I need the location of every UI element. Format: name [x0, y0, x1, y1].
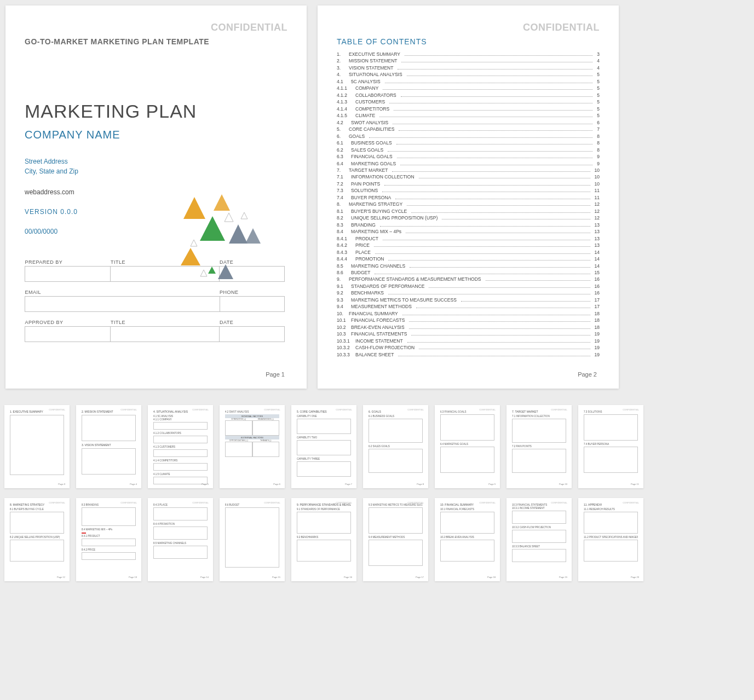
toc-entry[interactable]: 9.3MARKETING METRICS TO MEASURE SUCCESS1…: [337, 297, 600, 303]
toc-entry[interactable]: 8.3BRANDING13: [337, 222, 600, 228]
page-thumbnail[interactable]: CONFIDENTIAL5. CORE CAPABILITIESCAPABILI…: [291, 405, 356, 488]
toc-entry[interactable]: 4.1.4COMPETITORS5: [337, 106, 600, 112]
prepared-by-cell[interactable]: [25, 267, 111, 282]
toc-entry[interactable]: 8.4.4PROMOTION14: [337, 256, 600, 262]
thumb-content-box: [225, 507, 279, 568]
toc-entry[interactable]: 2.MISSION STATEMENT4: [337, 58, 600, 64]
page-thumbnail[interactable]: CONFIDENTIAL9.3 MARKETING METRICS TO MEA…: [363, 498, 428, 581]
toc-number: 7.2: [337, 181, 351, 187]
toc-number: 8.1: [337, 209, 351, 215]
phone-cell[interactable]: [220, 297, 285, 312]
toc-leader: [384, 185, 590, 186]
page-thumbnail[interactable]: CONFIDENTIAL11. APPENDIX11.1 RESEARCH RE…: [578, 498, 643, 581]
thumb-subheading: 9.2 BENCHMARKS: [297, 536, 351, 539]
toc-entry[interactable]: 4.SITUATIONAL ANALYSIS5: [337, 72, 600, 78]
page-thumbnail[interactable]: CONFIDENTIAL8.6 BUDGETPage 15: [220, 498, 285, 581]
toc-entry[interactable]: 10.3FINANCIAL STATEMENTS19: [337, 331, 600, 337]
toc-number: 4.1.4: [337, 106, 355, 112]
toc-number: 6.1: [337, 140, 351, 146]
toc-page: 14: [592, 256, 600, 262]
toc-entry[interactable]: 9.2BENCHMARKS16: [337, 290, 600, 296]
toc-entry[interactable]: 8.6BUDGET15: [337, 270, 600, 276]
toc-entry[interactable]: 6.4MARKETING GOALS9: [337, 161, 600, 167]
toc-entry[interactable]: 10.3.2CASH-FLOW PROJECTION19: [337, 345, 600, 351]
page-thumbnail[interactable]: CONFIDENTIAL8.4.3 PLACE8.4.4 PROMOTION8.…: [148, 498, 213, 581]
toc-label: PRODUCT: [355, 236, 381, 242]
toc-entry[interactable]: 7.3SOLUTIONS11: [337, 188, 600, 194]
toc-entry[interactable]: 10.3.1INCOME STATEMENT19: [337, 338, 600, 344]
toc-page: 14: [592, 263, 600, 269]
toc-entry[interactable]: 10.2BREAK-EVEN ANALYSIS18: [337, 325, 600, 331]
toc-entry[interactable]: 8.4MARKETING MIX – 4Ps13: [337, 229, 600, 235]
toc-number: 8.: [337, 201, 349, 207]
toc-entry[interactable]: 8.4.3PLACE14: [337, 250, 600, 256]
toc-number: 10.3.2: [337, 345, 355, 351]
approved-by-cell[interactable]: [25, 327, 111, 342]
thumb-page-number: Page 11: [631, 483, 639, 485]
toc-leader: [411, 212, 590, 213]
title2-cell[interactable]: [111, 327, 220, 342]
toc-entry[interactable]: 4.2SWOT ANALYSIS6: [337, 120, 600, 126]
date2-cell[interactable]: [220, 327, 285, 342]
page-thumbnail[interactable]: CONFIDENTIAL4. SITUATIONAL ANALYSIS4.1 5…: [148, 405, 213, 488]
toc-entry[interactable]: 4.1.5CLIMATE5: [337, 113, 600, 119]
toc-entry[interactable]: 7.4BUYER PERSONA11: [337, 195, 600, 201]
svg-marker-1: [214, 194, 230, 211]
page-thumbnail[interactable]: CONFIDENTIAL6.3 FINANCIAL GOALS6.4 MARKE…: [435, 405, 500, 488]
toc-entry[interactable]: 4.1.3CUSTOMERS5: [337, 99, 600, 105]
swot-external-header: EXTERNAL FACTORS: [225, 436, 279, 439]
toc-entry[interactable]: 6.GOALS8: [337, 134, 600, 140]
toc-label: STANDARDS OF PERFORMANCE: [351, 284, 427, 290]
toc-entry[interactable]: 6.3FINANCIAL GOALS9: [337, 154, 600, 160]
thumb-subheading: CAPABILITY ONE: [297, 415, 351, 418]
toc-entry[interactable]: 7.TARGET MARKET10: [337, 167, 600, 173]
page-thumbnail[interactable]: CONFIDENTIAL7.3 SOLUTIONS7.4 BUYER PERSO…: [578, 405, 643, 488]
toc-entry[interactable]: 7.1INFORMATION COLLECTION10: [337, 174, 600, 180]
toc-entry[interactable]: 10.FINANCIAL SUMMARY18: [337, 311, 600, 317]
page-thumbnail[interactable]: CONFIDENTIAL6. GOALS6.1 BUSINESS GOALS6.…: [363, 405, 428, 488]
page-thumbnail[interactable]: CONFIDENTIAL8.3 BRANDING8.4 MARKETING MI…: [76, 498, 141, 581]
svg-marker-5: [225, 213, 233, 222]
page-thumbnail[interactable]: CONFIDENTIAL1. EXECUTIVE SUMMARYPage 3: [4, 405, 70, 488]
toc-label: MARKETING CHANNELS: [351, 263, 407, 269]
toc-entry[interactable]: 4.1.1COMPANY5: [337, 85, 600, 91]
toc-entry[interactable]: 9.PERFORMANCE STANDARDS & MEASUREMENT ME…: [337, 276, 600, 282]
page-thumbnail[interactable]: CONFIDENTIAL7. TARGET MARKET7.1 INFORMAT…: [506, 405, 572, 488]
toc-entry[interactable]: 3.VISION STATEMENT4: [337, 65, 600, 71]
toc-entry[interactable]: 6.2SALES GOALS8: [337, 147, 600, 153]
table-of-contents: 1.EXECUTIVE SUMMARY32.MISSION STATEMENT4…: [337, 51, 600, 358]
toc-leader: [419, 349, 590, 349]
toc-entry[interactable]: 9.1STANDARDS OF PERFORMANCE16: [337, 284, 600, 290]
page-thumbnail[interactable]: CONFIDENTIAL10.3 FINANCIAL STATEMENTS10.…: [506, 498, 572, 581]
toc-entry[interactable]: 9.4MEASUREMENT METHODS17: [337, 304, 600, 310]
email-cell[interactable]: [25, 297, 220, 312]
page-thumbnail[interactable]: CONFIDENTIAL10. FINANCIAL SUMMARY10.1 FI…: [435, 498, 500, 581]
toc-entry[interactable]: 5.CORE CAPABILITIES7: [337, 126, 600, 132]
toc-label: SWOT ANALYSIS: [351, 120, 390, 126]
toc-leader: [392, 171, 590, 172]
toc-entry[interactable]: 8.MARKETING STRATEGY12: [337, 201, 600, 207]
toc-entry[interactable]: 8.4.2PRICE13: [337, 242, 600, 248]
toc-number: 2.: [337, 58, 349, 64]
toc-entry[interactable]: 7.2PAIN POINTS10: [337, 181, 600, 187]
page-thumbnail[interactable]: CONFIDENTIAL2. MISSION STATEMENT3. VISIO…: [76, 405, 141, 488]
toc-label: INFORMATION COLLECTION: [351, 174, 417, 180]
toc-entry[interactable]: 8.1BUYER'S BUYING CYCLE12: [337, 209, 600, 215]
toc-number: 5.: [337, 126, 349, 132]
toc-entry[interactable]: 4.15C ANALYSIS5: [337, 79, 600, 85]
thumb-page-number: Page 10: [559, 483, 567, 485]
page-thumbnail[interactable]: CONFIDENTIAL4.2 SWOT ANALYSISINTERNAL FA…: [220, 405, 285, 488]
toc-entry[interactable]: 8.5MARKETING CHANNELS14: [337, 263, 600, 269]
street-address: Street Address: [25, 157, 287, 166]
toc-entry[interactable]: 8.2UNIQUE SELLING PROPOSITION (USP)12: [337, 215, 600, 221]
toc-leader: [402, 315, 590, 315]
toc-entry[interactable]: 10.1FINANCIAL FORECASTS18: [337, 317, 600, 323]
toc-entry[interactable]: 10.3.3BALANCE SHEET19: [337, 352, 600, 358]
toc-leader: [398, 69, 592, 70]
toc-entry[interactable]: 1.EXECUTIVE SUMMARY3: [337, 51, 600, 57]
toc-entry[interactable]: 6.1BUSINESS GOALS8: [337, 140, 600, 146]
page-thumbnail[interactable]: CONFIDENTIAL9. PERFORMANCE STANDARDS & M…: [291, 498, 356, 581]
page-thumbnail[interactable]: CONFIDENTIAL8. MARKETING STRATEGY8.1 BUY…: [4, 498, 70, 581]
toc-entry[interactable]: 8.4.1PRODUCT13: [337, 236, 600, 242]
toc-entry[interactable]: 4.1.2COLLABORATORS5: [337, 92, 600, 99]
